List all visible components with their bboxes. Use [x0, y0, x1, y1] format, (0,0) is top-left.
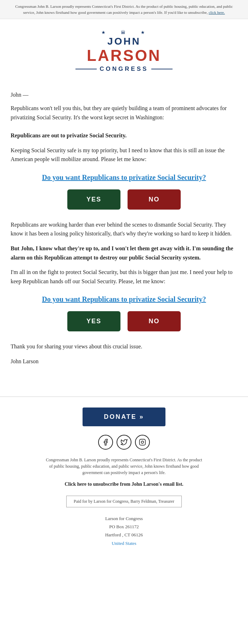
address-line-4: United States [11, 539, 237, 547]
divider-line-left [75, 69, 97, 69]
header: ★ 🏛 ★ JOHN LARSON CONGRESS [0, 19, 248, 81]
yes-button-2[interactable]: YES [67, 311, 120, 331]
logo-larson: LARSON [7, 47, 241, 64]
unsubscribe-top-link[interactable]: click here. [209, 10, 225, 15]
logo-stars: ★ 🏛 ★ [7, 30, 241, 35]
address-line-3: Hartford , CT 06126 [11, 531, 237, 539]
paragraph-1: Republicans won't tell you this, but the… [11, 104, 237, 140]
address-line-2: PO Box 261172 [11, 523, 237, 531]
address-line-1: Larson for Congress [11, 514, 237, 523]
star-right: ★ [141, 30, 147, 35]
social-icons [11, 435, 237, 450]
question-heading-1: Do you want Republicans to privatize Soc… [11, 172, 237, 182]
button-row-2: YES NO [11, 311, 237, 331]
star-left: ★ [101, 30, 108, 35]
paid-for-text: Paid for by Larson for Congress, Barry F… [74, 499, 174, 504]
greeting: John — [11, 92, 237, 98]
paragraph-1-text: Republicans won't tell you this, but the… [11, 105, 227, 120]
yes-button-1[interactable]: YES [67, 189, 120, 210]
paragraph-5: I'm all in on the fight to protect Socia… [11, 268, 237, 286]
no-button-2[interactable]: NO [128, 311, 181, 331]
unsubscribe-link[interactable]: Click here to unsubscribe from John Lars… [11, 481, 237, 487]
no-button-1[interactable]: NO [128, 189, 181, 210]
donate-button[interactable]: DONATE » [83, 408, 165, 426]
button-row-1: YES NO [11, 189, 237, 210]
paid-for-box: Paid for by Larson for Congress, Barry F… [66, 496, 182, 507]
main-content: John — Republicans won't tell you this, … [0, 81, 248, 382]
paragraph-4: But John, I know what they're up to, and… [11, 244, 237, 262]
paragraph-3: Republicans are working harder than ever… [11, 220, 237, 238]
footer-bio: Congressman John B. Larson proudly repre… [44, 457, 204, 476]
logo-divider: CONGRESS [7, 65, 241, 73]
paragraph-2: Keeping Social Security safe is my top p… [11, 146, 237, 164]
paragraph-1-bold: Republicans are out to privatize Social … [11, 132, 126, 138]
svg-rect-0 [140, 439, 146, 445]
question-heading-2: Do you want Republicans to privatize Soc… [11, 294, 237, 304]
address-block: Larson for Congress PO Box 261172 Hartfo… [11, 514, 237, 548]
paragraph-4-bold: But John, I know what they're up to, and… [11, 245, 233, 261]
flag-icon: 🏛 [121, 30, 128, 35]
footer: DONATE » Congressman John B. Larson prou… [0, 397, 248, 555]
signature: John Larson [11, 357, 237, 366]
logo-john: JOHN [7, 36, 241, 47]
facebook-icon[interactable] [98, 435, 113, 450]
top-banner-text: Congressman John B. Larson proudly repre… [15, 4, 233, 15]
logo-congress: CONGRESS [100, 65, 148, 73]
divider-line-right [151, 69, 173, 69]
paragraph-6: Thank you for sharing your views about t… [11, 342, 237, 351]
twitter-icon[interactable] [117, 435, 131, 450]
instagram-icon[interactable] [135, 435, 150, 450]
top-banner: Congressman John B. Larson proudly repre… [0, 0, 248, 19]
